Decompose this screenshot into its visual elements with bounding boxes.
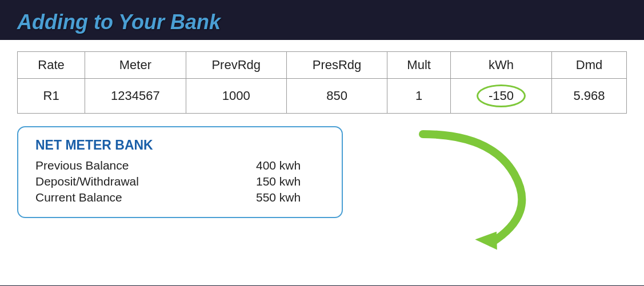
svg-marker-0	[475, 232, 502, 254]
net-meter-bank-row-label: Deposit/Withdrawal	[35, 175, 139, 188]
table-row: R1123456710008501-1505.968	[18, 79, 627, 114]
net-meter-bank-row-value: 150 kwh	[256, 175, 325, 188]
arrow-svg	[389, 128, 560, 254]
net-meter-bank-row: Deposit/Withdrawal150 kwh	[35, 175, 325, 188]
cell-mult: 1	[387, 79, 451, 114]
net-meter-bank-row: Current Balance550 kwh	[35, 191, 325, 204]
net-meter-bank-box: NET METER BANK Previous Balance400 kwhDe…	[17, 126, 343, 218]
cell-dmd: 5.968	[552, 79, 627, 114]
table-header-row: Rate Meter PrevRdg PresRdg Mult kWh Dmd	[18, 52, 627, 79]
cell-kwh: -150	[451, 79, 552, 114]
cell-meter: 1234567	[85, 79, 186, 114]
cell-presrdg: 850	[286, 79, 387, 114]
col-meter: Meter	[85, 52, 186, 79]
net-meter-bank-row-value: 400 kwh	[256, 159, 325, 172]
col-kwh: kWh	[451, 52, 552, 79]
header-bar: Adding to Your Bank	[0, 0, 644, 40]
net-meter-bank-row-label: Current Balance	[35, 191, 122, 204]
meter-table: Rate Meter PrevRdg PresRdg Mult kWh Dmd …	[17, 51, 627, 114]
net-meter-bank-row: Previous Balance400 kwh	[35, 159, 325, 172]
main-content: Rate Meter PrevRdg PresRdg Mult kWh Dmd …	[0, 40, 644, 285]
net-meter-bank-row-value: 550 kwh	[256, 191, 325, 204]
cell-rate: R1	[18, 79, 85, 114]
col-prevrdg: PrevRdg	[186, 52, 286, 79]
col-dmd: Dmd	[552, 52, 627, 79]
kwh-oval-highlight: -150	[477, 84, 526, 107]
net-meter-bank-row-label: Previous Balance	[35, 159, 129, 172]
page-title: Adding to Your Bank	[17, 10, 627, 34]
col-rate: Rate	[18, 52, 85, 79]
net-meter-bank-title: NET METER BANK	[35, 138, 325, 153]
arrow-graphic	[389, 128, 560, 254]
col-presrdg: PresRdg	[286, 52, 387, 79]
col-mult: Mult	[387, 52, 451, 79]
cell-prevrdg: 1000	[186, 79, 286, 114]
